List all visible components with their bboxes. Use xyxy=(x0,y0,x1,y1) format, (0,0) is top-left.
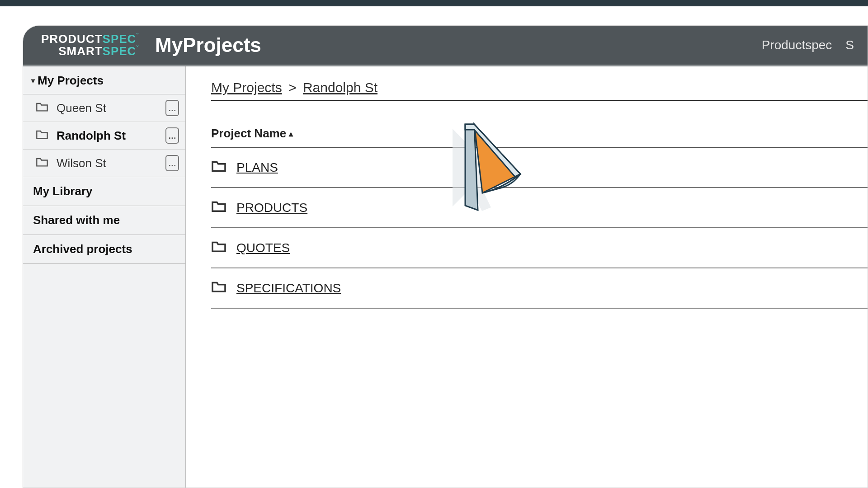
folder-icon xyxy=(211,160,226,175)
sidebar-project-label: Randolph St xyxy=(57,129,126,143)
folder-row[interactable]: PLANS xyxy=(211,148,868,188)
sidebar: ▾ My Projects Queen St … Randolph St … W… xyxy=(23,66,186,488)
sidebar-link-archived[interactable]: Archived projects xyxy=(23,235,185,264)
brand-top-b: SPEC xyxy=(103,33,137,45)
folder-row-label: PLANS xyxy=(236,160,278,175)
brand-tick-icon: ˇ xyxy=(136,33,139,45)
breadcrumb-root[interactable]: My Projects xyxy=(211,80,282,95)
folder-row[interactable]: SPECIFICATIONS xyxy=(211,268,868,309)
brand-tick-icon: ˇ xyxy=(136,45,139,57)
sidebar-project-label: Queen St xyxy=(57,101,106,115)
app-bar: PRODUCTSPECˇ SMARTSPECˇ MyProjects Produ… xyxy=(23,26,868,66)
top-nav: Productspec S xyxy=(762,38,854,52)
folder-row[interactable]: PRODUCTS xyxy=(211,188,868,228)
more-options-button[interactable]: … xyxy=(165,127,179,144)
breadcrumb: My Projects > Randolph St xyxy=(211,80,868,101)
main-content: My Projects > Randolph St Project Name ▴… xyxy=(186,66,868,488)
nav-link-partial[interactable]: S xyxy=(845,38,854,52)
sidebar-link-my-library[interactable]: My Library xyxy=(23,177,185,206)
brand-bot-a: SMART xyxy=(58,45,102,57)
chevron-down-icon: ▾ xyxy=(31,76,35,85)
sidebar-project-item[interactable]: Queen St … xyxy=(23,94,185,122)
folder-icon xyxy=(36,129,48,143)
sort-asc-icon: ▴ xyxy=(289,129,293,139)
sidebar-section-my-projects[interactable]: ▾ My Projects xyxy=(23,66,185,94)
nav-link-productspec[interactable]: Productspec xyxy=(762,38,832,52)
brand-logo: PRODUCTSPECˇ SMARTSPECˇ xyxy=(41,33,139,58)
column-header-project-name[interactable]: Project Name ▴ xyxy=(211,127,868,148)
outer-frame: PRODUCTSPECˇ SMARTSPECˇ MyProjects Produ… xyxy=(0,6,868,488)
folder-row-label: SPECIFICATIONS xyxy=(236,281,341,296)
folder-row-label: QUOTES xyxy=(236,241,290,255)
folder-row-label: PRODUCTS xyxy=(236,201,307,215)
breadcrumb-current[interactable]: Randolph St xyxy=(303,80,377,95)
folder-icon xyxy=(211,240,226,256)
sidebar-section-label: My Projects xyxy=(38,74,104,88)
folder-icon xyxy=(36,101,48,115)
brand-top-a: PRODUCT xyxy=(41,33,103,45)
more-options-button[interactable]: … xyxy=(165,155,179,171)
breadcrumb-separator: > xyxy=(288,80,297,95)
folder-icon xyxy=(36,156,48,170)
folder-row[interactable]: QUOTES xyxy=(211,228,868,268)
sidebar-project-item[interactable]: Wilson St … xyxy=(23,150,185,177)
more-options-button[interactable]: … xyxy=(165,100,179,116)
body: ▾ My Projects Queen St … Randolph St … W… xyxy=(23,66,868,488)
folder-icon xyxy=(211,200,226,216)
sidebar-project-label: Wilson St xyxy=(57,156,106,170)
brand-bot-b: SPEC xyxy=(103,45,137,57)
sidebar-link-shared[interactable]: Shared with me xyxy=(23,206,185,235)
folder-icon xyxy=(211,280,226,296)
column-header-label: Project Name xyxy=(211,127,286,141)
app-panel: PRODUCTSPECˇ SMARTSPECˇ MyProjects Produ… xyxy=(23,25,868,488)
app-title: MyProjects xyxy=(155,34,261,56)
sidebar-project-item[interactable]: Randolph St … xyxy=(23,122,185,150)
